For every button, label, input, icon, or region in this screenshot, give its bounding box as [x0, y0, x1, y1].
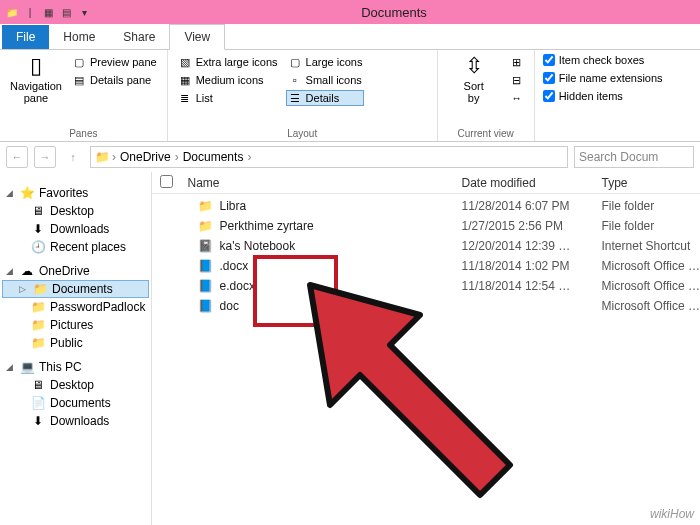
file-row[interactable]: 📘.docx11/18/2014 1:02 PMMicrosoft Office…	[152, 256, 700, 276]
group-panes: ▯ Navigation pane ▢Preview pane ▤Details…	[0, 50, 168, 141]
checkbox-extensions[interactable]: File name extensions	[543, 72, 663, 84]
group-by-button[interactable]: ⊞	[508, 54, 526, 70]
caret-icon: ▷	[19, 284, 28, 294]
preview-pane-button[interactable]: ▢Preview pane	[70, 54, 159, 70]
file-list-pane: Name Date modified Type 📁Libra11/28/2014…	[152, 172, 700, 525]
file-row[interactable]: 📓ka's Notebook12/20/2014 12:39 …Internet…	[152, 236, 700, 256]
qat-dropdown-icon[interactable]: ▾	[76, 4, 92, 20]
header-date[interactable]: Date modified	[462, 176, 602, 190]
file-name: ka's Notebook	[220, 239, 296, 253]
documents-icon: 📄	[30, 396, 46, 410]
file-type: Microsoft Office …	[602, 259, 700, 273]
tab-share[interactable]: Share	[109, 25, 169, 49]
ribbon: ▯ Navigation pane ▢Preview pane ▤Details…	[0, 50, 700, 142]
quick-access-toolbar: 📁 | ▦ ▤ ▾	[4, 4, 92, 20]
forward-button[interactable]: →	[34, 146, 56, 168]
file-type: Microsoft Office …	[602, 279, 700, 293]
chevron-right-icon: ›	[247, 150, 251, 164]
tree-recent[interactable]: 🕘Recent places	[2, 238, 149, 256]
search-input[interactable]: Search Docum	[574, 146, 694, 168]
group-current-view: ⇳ Sort by ⊞ ⊟ ↔ Current view	[438, 50, 535, 141]
checkbox-hidden-items[interactable]: Hidden items	[543, 90, 663, 102]
folder-icon: 📁	[30, 336, 46, 350]
tree-pictures[interactable]: 📁Pictures	[2, 316, 149, 334]
groupby-icon: ⊞	[510, 55, 524, 69]
title-bar: 📁 | ▦ ▤ ▾ Documents	[0, 0, 700, 24]
folder-icon: 📁	[30, 300, 46, 314]
details-pane-button[interactable]: ▤Details pane	[70, 72, 159, 88]
header-checkbox[interactable]	[152, 175, 182, 191]
navigation-pane-button[interactable]: ▯ Navigation pane	[8, 54, 64, 104]
view-medium[interactable]: ▦Medium icons	[176, 72, 280, 88]
desktop-icon: 🖥	[30, 378, 46, 392]
checkbox-item-checkboxes[interactable]: Item check boxes	[543, 54, 663, 66]
navpane-label: Navigation pane	[10, 80, 62, 104]
sort-by-button[interactable]: ⇳ Sort by	[446, 54, 502, 104]
tree-desktop[interactable]: 🖥Desktop	[2, 202, 149, 220]
tab-file[interactable]: File	[2, 25, 49, 49]
file-row[interactable]: 📘e.docx11/18/2014 12:54 …Microsoft Offic…	[152, 276, 700, 296]
qat-item-icon[interactable]: ▦	[40, 4, 56, 20]
group-current-label: Current view	[446, 128, 526, 139]
file-icon: 📘	[198, 278, 214, 294]
downloads-icon: ⬇	[30, 414, 46, 428]
header-type[interactable]: Type	[602, 176, 700, 190]
tree-pc-documents[interactable]: 📄Documents	[2, 394, 149, 412]
desktop-icon: 🖥	[30, 204, 46, 218]
file-name: doc	[220, 299, 239, 313]
file-row[interactable]: 📁Libra11/28/2014 6:07 PMFile folder	[152, 196, 700, 216]
nav-tree[interactable]: ◢⭐Favorites 🖥Desktop ⬇Downloads 🕘Recent …	[0, 172, 152, 525]
recent-icon: 🕘	[30, 240, 46, 254]
pc-icon: 💻	[19, 360, 35, 374]
view-extra-large[interactable]: ▧Extra large icons	[176, 54, 280, 70]
file-type: File folder	[602, 199, 700, 213]
watermark: wikiHow	[650, 507, 694, 521]
file-icon: 📁	[198, 218, 214, 234]
up-button[interactable]: ↑	[62, 146, 84, 168]
back-button[interactable]: ←	[6, 146, 28, 168]
tree-thispc[interactable]: ◢💻This PC	[2, 358, 149, 376]
tab-home[interactable]: Home	[49, 25, 109, 49]
properties-icon[interactable]: ▤	[58, 4, 74, 20]
view-details[interactable]: ☰Details	[286, 90, 365, 106]
tree-favorites[interactable]: ◢⭐Favorites	[2, 184, 149, 202]
view-large[interactable]: ▢Large icons	[286, 54, 365, 70]
group-show-hide: Item check boxes File name extensions Hi…	[535, 50, 671, 141]
xl-icon: ▧	[178, 55, 192, 69]
tree-passwordpadlock[interactable]: 📁PasswordPadlock	[2, 298, 149, 316]
tab-view[interactable]: View	[169, 24, 225, 50]
ribbon-tabs: File Home Share View	[0, 24, 700, 50]
view-list[interactable]: ≣List	[176, 90, 280, 106]
caret-icon: ◢	[6, 362, 15, 372]
tree-public[interactable]: 📁Public	[2, 334, 149, 352]
folder-icon: 📁	[30, 318, 46, 332]
tree-onedrive[interactable]: ◢☁OneDrive	[2, 262, 149, 280]
sizecol-icon: ↔	[510, 91, 524, 105]
crumb-documents[interactable]: Documents	[181, 150, 246, 164]
breadcrumb[interactable]: 📁 › OneDrive › Documents ›	[90, 146, 568, 168]
caret-icon: ◢	[6, 188, 15, 198]
tree-pc-desktop[interactable]: 🖥Desktop	[2, 376, 149, 394]
cloud-icon: ☁	[19, 264, 35, 278]
tree-downloads[interactable]: ⬇Downloads	[2, 220, 149, 238]
explorer-body: ◢⭐Favorites 🖥Desktop ⬇Downloads 🕘Recent …	[0, 172, 700, 525]
tree-pc-downloads[interactable]: ⬇Downloads	[2, 412, 149, 430]
chevron-right-icon: ›	[175, 150, 179, 164]
file-row[interactable]: 📁Perkthime zyrtare1/27/2015 2:56 PMFile …	[152, 216, 700, 236]
crumb-onedrive[interactable]: OneDrive	[118, 150, 173, 164]
detailspane-icon: ▤	[72, 73, 86, 87]
group-layout: ▧Extra large icons ▦Medium icons ≣List ▢…	[168, 50, 438, 141]
chevron-right-icon: ›	[112, 150, 116, 164]
folder-icon: 📁	[4, 4, 20, 20]
caret-icon: ◢	[6, 266, 15, 276]
tree-documents[interactable]: ▷📁Documents	[2, 280, 149, 298]
file-row[interactable]: 📘docMicrosoft Office …	[152, 296, 700, 316]
file-date: 11/18/2014 12:54 …	[462, 279, 602, 293]
view-small[interactable]: ▫Small icons	[286, 72, 365, 88]
add-columns-button[interactable]: ⊟	[508, 72, 526, 88]
downloads-icon: ⬇	[30, 222, 46, 236]
header-name[interactable]: Name	[182, 176, 462, 190]
size-columns-button[interactable]: ↔	[508, 90, 526, 106]
file-icon: 📁	[198, 198, 214, 214]
file-type: Microsoft Office …	[602, 299, 700, 313]
